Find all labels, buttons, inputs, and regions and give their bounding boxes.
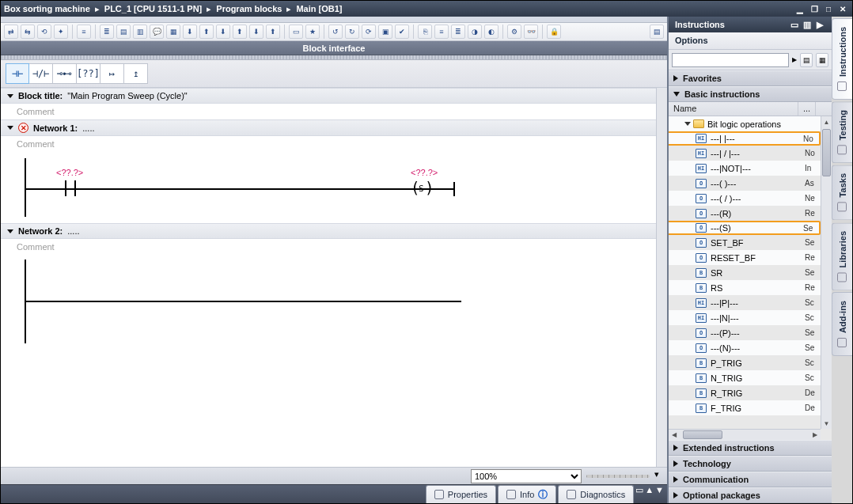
tb-btn[interactable]: 👓 xyxy=(524,25,538,39)
tree-h-scroll[interactable]: ◀ ▶ xyxy=(669,429,821,440)
panel-max[interactable]: ▲ xyxy=(645,485,654,503)
lad-contact-no[interactable]: ⊣⊢ xyxy=(6,63,29,84)
tb-btn[interactable]: ✦ xyxy=(54,25,68,39)
tab-info[interactable]: Info ⓘ xyxy=(498,485,556,503)
tb-btn[interactable]: ↺ xyxy=(328,25,343,39)
tb-btn[interactable]: ▤ xyxy=(116,25,131,39)
tree-item[interactable]: HI---| / |---No xyxy=(669,146,821,161)
tb-btn[interactable]: ⬇ xyxy=(249,25,263,39)
tb-btn[interactable]: ⬆ xyxy=(233,25,247,39)
tree-item[interactable]: BF_TRIGDe xyxy=(669,400,821,415)
lad-branch-close[interactable]: ↥ xyxy=(124,63,148,84)
breadcrumb[interactable]: Box sorting machine ▸ PLC_1 [CPU 1511-1 … xyxy=(4,4,343,14)
crumb-2[interactable]: Program blocks xyxy=(216,4,282,13)
vtab-instructions[interactable]: Instructions xyxy=(832,18,852,100)
tb-btn[interactable]: ◑ xyxy=(468,25,482,39)
scroll-left-icon[interactable]: ◀ xyxy=(669,430,680,440)
editor-scrollbar[interactable] xyxy=(656,88,667,467)
tb-btn[interactable]: ≡ xyxy=(434,25,449,39)
tree-item[interactable]: BN_TRIGSc xyxy=(669,370,821,385)
tree-item[interactable]: HI---|N|---Sc xyxy=(669,310,821,325)
close-button[interactable]: ✕ xyxy=(836,3,849,14)
options-header[interactable]: Options xyxy=(669,32,832,50)
tb-btn[interactable]: ▦ xyxy=(166,25,180,39)
tree-group[interactable]: Bit logic operations xyxy=(669,116,821,131)
search-input[interactable] xyxy=(672,53,789,67)
network-1-comment[interactable]: Comment xyxy=(1,136,656,152)
section-extended[interactable]: Extended instructions xyxy=(669,440,832,456)
tb-btn[interactable]: ⇄ xyxy=(4,25,18,39)
network-1-header[interactable]: ✕ Network 1: ..... xyxy=(1,119,656,136)
tb-btn[interactable]: ↻ xyxy=(345,25,359,39)
section-optional[interactable]: Optional packages xyxy=(669,487,832,503)
tb-btn[interactable]: ⇆ xyxy=(21,25,35,39)
panel-pin-icon[interactable]: ▭ xyxy=(789,19,800,30)
section-favorites[interactable]: Favorites xyxy=(669,70,832,86)
tree-item[interactable]: OSET_BFSe xyxy=(669,235,821,250)
restore-button[interactable]: ❐ xyxy=(808,3,821,14)
network-2-header[interactable]: Network 2: ..... xyxy=(1,223,656,239)
block-interface-header[interactable]: Block interface xyxy=(1,41,667,55)
vtab-libraries[interactable]: Libraries xyxy=(832,222,852,290)
network-2-comment[interactable]: Comment xyxy=(1,239,656,255)
vtab-tasks[interactable]: Tasks xyxy=(832,165,852,220)
lad-coil[interactable]: ⊸⊷ xyxy=(53,63,77,84)
tree-item[interactable]: HI---|P|---Sc xyxy=(669,295,821,310)
tree-item[interactable]: O---(S)Se xyxy=(669,221,821,235)
network-2-rung[interactable] xyxy=(1,255,656,358)
tb-btn[interactable]: ⟲ xyxy=(37,25,51,39)
tree-v-scroll[interactable]: ▲ ▼ xyxy=(821,116,832,429)
scroll-thumb[interactable] xyxy=(822,129,831,176)
view-list-icon[interactable]: ▤ xyxy=(800,53,813,67)
tb-btn[interactable]: ⬇ xyxy=(183,25,197,39)
section-technology[interactable]: Technology xyxy=(669,456,832,472)
tb-btn[interactable]: ▭ xyxy=(289,25,303,39)
panel-view-icon[interactable]: ▥ xyxy=(802,19,813,30)
panel-collapse-icon[interactable]: ▶ xyxy=(814,19,825,30)
panel-min[interactable]: ▭ xyxy=(635,485,643,503)
tree-item[interactable]: ORESET_BFRe xyxy=(669,250,821,265)
tb-btn[interactable]: ★ xyxy=(305,25,320,39)
network-1-rung[interactable]: <??.?> <??.?> ( S ) xyxy=(1,152,656,223)
tb-btn[interactable]: ⟳ xyxy=(362,25,376,39)
collapse-icon[interactable] xyxy=(684,122,691,126)
tb-btn[interactable]: ≣ xyxy=(100,25,114,39)
coil-tag[interactable]: <??.?> xyxy=(411,168,438,177)
tb-btn[interactable]: 💬 xyxy=(150,25,164,39)
tree-item[interactable]: BR_TRIGDe xyxy=(669,385,821,400)
zoom-slider[interactable] xyxy=(586,475,650,478)
collapse-icon[interactable] xyxy=(7,94,13,98)
tree-item[interactable]: HI---|NOT|---In xyxy=(669,161,821,176)
tb-btn[interactable]: ≡ xyxy=(77,25,91,39)
tb-btn[interactable]: ▥ xyxy=(133,25,147,39)
tb-btn[interactable]: ⬇ xyxy=(216,25,230,39)
tb-btn[interactable]: ▤ xyxy=(650,25,664,39)
section-basic[interactable]: Basic instructions xyxy=(669,86,832,102)
crumb-1[interactable]: PLC_1 [CPU 1511-1 PN] xyxy=(104,4,203,13)
col-name[interactable]: Name xyxy=(669,102,798,116)
crumb-3[interactable]: Main [OB1] xyxy=(296,4,342,13)
tb-btn[interactable]: ◐ xyxy=(484,25,499,39)
tab-properties[interactable]: Properties xyxy=(426,485,496,503)
lad-box[interactable]: [??] xyxy=(77,63,100,84)
maximize-button[interactable]: □ xyxy=(822,3,835,14)
tb-btn[interactable]: ⎘ xyxy=(418,25,432,39)
collapse-icon[interactable] xyxy=(7,229,13,233)
block-comment[interactable]: Comment xyxy=(1,104,656,119)
zoom-select[interactable]: 100% xyxy=(471,469,582,483)
tb-btn[interactable]: ≣ xyxy=(451,25,465,39)
tb-btn[interactable]: ▣ xyxy=(378,25,392,39)
tab-diagnostics[interactable]: Diagnostics xyxy=(558,485,634,503)
tree-item[interactable]: O---( )---As xyxy=(669,176,821,191)
lad-branch-open[interactable]: ↦ xyxy=(100,63,124,84)
panel-down[interactable]: ▼ xyxy=(655,485,664,503)
col-dots[interactable]: ... xyxy=(798,102,816,116)
minimize-button[interactable]: ▁ xyxy=(794,3,806,14)
no-contact[interactable] xyxy=(63,180,78,196)
tb-btn[interactable]: 🔒 xyxy=(547,25,561,39)
vtab-testing[interactable]: Testing xyxy=(832,101,852,163)
scroll-down-icon[interactable]: ▼ xyxy=(821,418,832,429)
tree-item[interactable]: O---(P)---Se xyxy=(669,325,821,340)
tree-item[interactable]: BSRSe xyxy=(669,265,821,280)
crumb-0[interactable]: Box sorting machine xyxy=(4,4,90,13)
